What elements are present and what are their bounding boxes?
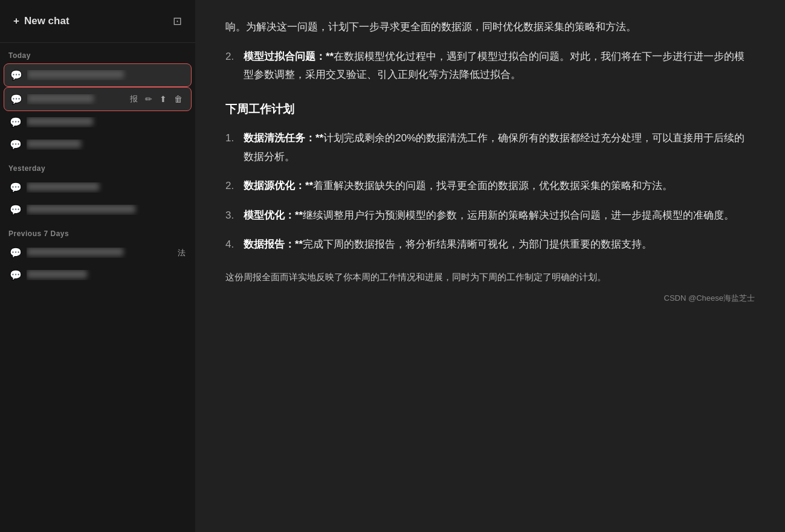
next-week-bold-1: 数据清洗任务：** bbox=[244, 132, 323, 144]
next-week-item-2: 2. 数据源优化：**着重解决数据缺失的问题，找寻更全面的数据源，优化数据采集的… bbox=[225, 177, 755, 196]
sidebar-toggle-button[interactable]: ⊡ bbox=[168, 11, 187, 31]
next-week-num-2: 2. bbox=[225, 177, 239, 196]
chat-title-yest-2 bbox=[27, 205, 186, 215]
chat-title-today-4 bbox=[27, 139, 186, 150]
chat-actions-today-2: 报 ✏ ⬆ 🗑 bbox=[130, 93, 185, 105]
chat-item-today-2[interactable]: 💬 报 ✏ ⬆ 🗑 窗口二 bbox=[4, 87, 192, 111]
toggle-icon: ⊡ bbox=[173, 15, 182, 27]
chat-item-today-4[interactable]: 💬 bbox=[4, 133, 192, 156]
today-chat-list: 💬 窗口一 💬 报 ✏ ⬆ 🗑 窗口二 bbox=[0, 63, 195, 156]
chat-title-prev-1 bbox=[27, 248, 170, 258]
next-week-list: 1. 数据清洗任务：**计划完成剩余的20%的数据清洗工作，确保所有的数据都经过… bbox=[225, 129, 755, 254]
problem-text-2: 模型过拟合问题：**在数据模型优化过程中，遇到了模型过拟合的问题。对此，我们将在… bbox=[244, 48, 755, 85]
chat-item-yest-2[interactable]: 💬 bbox=[4, 199, 192, 221]
next-week-heading: 下周工作计划 bbox=[225, 99, 755, 120]
blurred-title-today-4 bbox=[27, 139, 81, 148]
next-week-text-4: 数据报告：**完成下周的数据报告，将分析结果清晰可视化，为部门提供重要的数据支持… bbox=[244, 236, 755, 254]
suffix-prev-1: 法 bbox=[178, 248, 186, 258]
intro-paragraph: 响。为解决这一问题，计划下一步寻求更全面的数据源，同时优化数据采集的策略和方法。 bbox=[225, 18, 755, 37]
chat-item-today-3[interactable]: 💬 bbox=[4, 111, 192, 133]
next-week-num-3: 3. bbox=[225, 207, 239, 225]
chat-icon-today-4: 💬 bbox=[10, 139, 22, 150]
sidebar-header: + New chat ⊡ bbox=[0, 0, 195, 43]
blurred-title-prev-2 bbox=[27, 270, 87, 278]
problem-bold-2: 模型过拟合问题：** bbox=[244, 51, 334, 62]
next-week-item-4: 4. 数据报告：**完成下周的数据报告，将分析结果清晰可视化，为部门提供重要的数… bbox=[225, 236, 755, 254]
next-week-item-3: 3. 模型优化：**继续调整用户行为预测模型的参数，运用新的策略解决过拟合问题，… bbox=[225, 207, 755, 225]
next-week-num-1: 1. bbox=[225, 129, 239, 166]
next-week-text-3: 模型优化：**继续调整用户行为预测模型的参数，运用新的策略解决过拟合问题，进一步… bbox=[244, 207, 755, 225]
chat-icon-yest-1: 💬 bbox=[10, 182, 22, 193]
next-week-bold-4: 数据报告：** bbox=[244, 239, 303, 250]
chat-icon-yest-2: 💬 bbox=[10, 204, 22, 216]
blurred-title-prev-1 bbox=[27, 248, 123, 256]
section-prev7-label: Previous 7 Days bbox=[0, 221, 195, 242]
chat-title-today-1 bbox=[27, 70, 185, 80]
blurred-title-yest-1 bbox=[27, 182, 99, 191]
blurred-title-today-2 bbox=[27, 94, 94, 103]
new-chat-label: New chat bbox=[24, 15, 69, 27]
next-week-text-1: 数据清洗任务：**计划完成剩余的20%的数据清洗工作，确保所有的数据都经过充分处… bbox=[244, 129, 755, 166]
chat-title-today-2 bbox=[27, 94, 125, 104]
chat-icon-today-2: 💬 bbox=[10, 94, 22, 105]
chat-icon-prev-2: 💬 bbox=[10, 269, 22, 281]
chat-icon-today-3: 💬 bbox=[10, 117, 22, 128]
next-week-bold-2: 数据源优化：** bbox=[244, 180, 313, 191]
edit-button-today-2[interactable]: ✏ bbox=[143, 93, 155, 105]
suffix-today-2: 报 bbox=[130, 94, 138, 104]
chat-title-today-3 bbox=[27, 117, 186, 127]
chat-icon-prev-1: 💬 bbox=[10, 247, 22, 258]
chat-item-prev-1[interactable]: 💬 法 bbox=[4, 242, 192, 264]
delete-button-today-2[interactable]: 🗑 bbox=[172, 93, 185, 105]
sidebar: + New chat ⊡ Today 💬 窗口一 💬 bbox=[0, 0, 195, 532]
blurred-title-today-3 bbox=[27, 117, 93, 126]
chat-item-prev-2[interactable]: 💬 bbox=[4, 264, 192, 286]
chat-title-yest-1 bbox=[27, 182, 186, 193]
problems-list: 2. 模型过拟合问题：**在数据模型优化过程中，遇到了模型过拟合的问题。对此，我… bbox=[225, 48, 755, 85]
main-content: 响。为解决这一问题，计划下一步寻求更全面的数据源，同时优化数据采集的策略和方法。… bbox=[195, 0, 785, 532]
share-button-today-2[interactable]: ⬆ bbox=[157, 93, 169, 105]
yesterday-chat-list: 💬 💬 bbox=[0, 176, 195, 221]
plus-icon: + bbox=[13, 15, 19, 27]
prev7-chat-list: 💬 法 💬 bbox=[0, 242, 195, 286]
chat-item-yest-1[interactable]: 💬 bbox=[4, 176, 192, 199]
conclusion-text: 这份周报全面而详实地反映了你本周的工作情况和进展，同时为下周的工作制定了明确的计… bbox=[225, 269, 755, 285]
chat-title-prev-2 bbox=[27, 270, 186, 280]
problem-item-2: 2. 模型过拟合问题：**在数据模型优化过程中，遇到了模型过拟合的问题。对此，我… bbox=[225, 48, 755, 85]
next-week-item-1: 1. 数据清洗任务：**计划完成剩余的20%的数据清洗工作，确保所有的数据都经过… bbox=[225, 129, 755, 166]
problem-num-2: 2. bbox=[225, 48, 239, 85]
section-today-label: Today bbox=[0, 43, 195, 63]
watermark: CSDN @Cheese海盐芝士 bbox=[225, 291, 755, 305]
sidebar-content: Today 💬 窗口一 💬 报 ✏ ⬆ 🗑 bbox=[0, 43, 195, 532]
next-week-bold-3: 模型优化：** bbox=[244, 210, 303, 221]
chat-item-today-1[interactable]: 💬 窗口一 bbox=[4, 63, 192, 87]
next-week-num-4: 4. bbox=[225, 236, 239, 254]
blurred-title-today-1 bbox=[27, 70, 124, 79]
chat-icon-today-1: 💬 bbox=[10, 69, 22, 81]
new-chat-button[interactable]: + New chat bbox=[8, 11, 74, 31]
blurred-title-yest-2 bbox=[27, 205, 135, 213]
section-yesterday-label: Yesterday bbox=[0, 156, 195, 176]
next-week-text-2: 数据源优化：**着重解决数据缺失的问题，找寻更全面的数据源，优化数据采集的策略和… bbox=[244, 177, 755, 196]
